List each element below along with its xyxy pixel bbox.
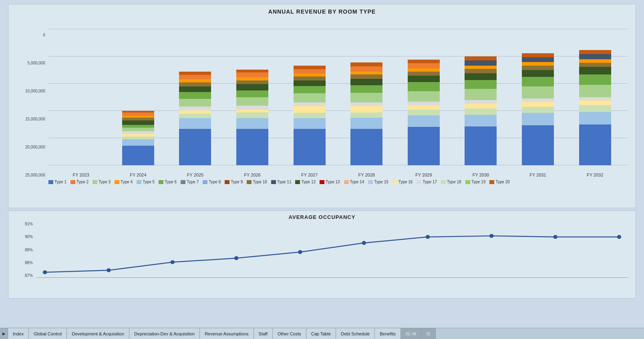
bar-segment bbox=[294, 106, 326, 112]
bar-segment bbox=[350, 93, 382, 102]
legend-item: Type 16 bbox=[392, 180, 413, 184]
bar-group bbox=[465, 56, 497, 165]
legend-swatch bbox=[70, 180, 75, 184]
bar-segment bbox=[294, 66, 326, 69]
bar-segment bbox=[236, 118, 268, 129]
bar-segment bbox=[294, 113, 326, 118]
legend-label: Type 19 bbox=[471, 180, 486, 184]
tab-item-benefits[interactable]: Benefits bbox=[375, 328, 401, 339]
bar-segment bbox=[122, 131, 154, 134]
legend-label: Type 18 bbox=[447, 180, 461, 184]
main-area: ANNUAL REVENUE BY ROOM TYPE 25,000,00020… bbox=[0, 0, 644, 328]
legend-label: Type 13 bbox=[326, 180, 340, 184]
svg-point-8 bbox=[553, 235, 557, 239]
x-labels: FY 2023FY 2024FY 2025FY 2026FY 2027FY 20… bbox=[48, 173, 628, 177]
bar-segment bbox=[408, 115, 440, 127]
bar-segment bbox=[179, 99, 211, 106]
bar bbox=[122, 111, 154, 165]
bar-segment bbox=[465, 100, 497, 104]
bar-segment bbox=[522, 113, 554, 125]
legend-label: Type 14 bbox=[350, 180, 364, 184]
occ-y-label: 88% bbox=[16, 261, 34, 265]
bar-segment bbox=[236, 110, 268, 113]
x-axis-label: FY 2025 bbox=[179, 173, 211, 177]
legend-item: Type 1 bbox=[48, 180, 66, 184]
legend-swatch bbox=[465, 180, 470, 184]
legend-label: Type 20 bbox=[495, 180, 510, 184]
legend-item: Type 6 bbox=[159, 180, 177, 184]
svg-point-0 bbox=[43, 270, 47, 274]
tab-item-debt-schedule[interactable]: Debt Schedule bbox=[336, 328, 375, 339]
tab-item-is--m[interactable]: IS- M bbox=[401, 328, 421, 339]
bar-segment bbox=[350, 74, 382, 78]
bar bbox=[179, 72, 211, 165]
bar-segment bbox=[408, 105, 440, 110]
bar-segment bbox=[350, 66, 382, 71]
bar-segment bbox=[465, 80, 497, 89]
bar-segment bbox=[179, 92, 211, 99]
svg-point-6 bbox=[426, 235, 430, 239]
legend-item: Type 18 bbox=[441, 180, 461, 184]
bar-segment bbox=[579, 74, 611, 85]
bar-segment bbox=[579, 112, 611, 124]
bar-segment bbox=[294, 118, 326, 129]
bar-segment bbox=[465, 56, 497, 60]
bar-segment bbox=[122, 125, 154, 128]
tab-item-cap-table[interactable]: Cap Table bbox=[306, 328, 336, 339]
bar-segment bbox=[179, 79, 211, 82]
bar-group bbox=[236, 70, 268, 165]
bar-segment bbox=[522, 77, 554, 86]
legend-item: Type 11 bbox=[271, 180, 292, 184]
legend-label: Type 17 bbox=[423, 180, 437, 184]
legend-item: Type 15 bbox=[368, 180, 388, 184]
bar bbox=[408, 60, 440, 165]
tab-item-other-costs[interactable]: Other Costs bbox=[273, 328, 306, 339]
bar-segment bbox=[465, 104, 497, 108]
occupancy-section: AVERAGE OCCUPANCY 91%90%89%88%87% bbox=[8, 211, 636, 299]
tab-item-development-&-acquisition[interactable]: Development & Acquisition bbox=[67, 328, 129, 339]
legend-swatch bbox=[344, 180, 349, 184]
tab-item-depreciation-dev-&-acquisition[interactable]: Depreciation-Dev & Acquisition bbox=[129, 328, 200, 339]
tab-item-global-control[interactable]: Global Control bbox=[29, 328, 67, 339]
bar-segment bbox=[350, 79, 382, 85]
legend-label: Type 2 bbox=[76, 180, 89, 184]
bar-segment bbox=[579, 63, 611, 67]
bar-segment bbox=[465, 126, 497, 165]
bar-segment bbox=[294, 86, 326, 93]
legend-label: Type 8 bbox=[209, 180, 221, 184]
bar-segment bbox=[408, 72, 440, 76]
x-axis-label: FY 2027 bbox=[294, 173, 326, 177]
bar-group bbox=[350, 62, 382, 165]
bar-segment bbox=[522, 53, 554, 57]
bar-segment bbox=[350, 85, 382, 93]
bar bbox=[465, 56, 497, 165]
bar-segment bbox=[350, 112, 382, 118]
tab-item-is[interactable]: IS bbox=[421, 328, 435, 339]
bar-segment bbox=[579, 54, 611, 59]
tabs-container: IndexGlobal ControlDevelopment & Acquisi… bbox=[8, 328, 436, 339]
occ-y-label: 87% bbox=[16, 273, 34, 278]
tab-item-staff[interactable]: Staff bbox=[254, 328, 273, 339]
bar-group bbox=[294, 66, 326, 165]
tab-item-revenue-assumptions[interactable]: Revenue Assumptions bbox=[200, 328, 254, 339]
x-axis-label: FY 2031 bbox=[522, 173, 554, 177]
bar-segment bbox=[122, 112, 154, 115]
bar-segment bbox=[522, 86, 554, 98]
bar-segment bbox=[350, 72, 382, 75]
tab-nav-prev[interactable]: ▶ bbox=[0, 328, 8, 339]
bar-segment bbox=[465, 69, 497, 73]
bar-segment bbox=[579, 67, 611, 74]
x-axis-label: FY 2026 bbox=[236, 173, 268, 177]
bar-segment bbox=[579, 59, 611, 63]
legend-label: Type 12 bbox=[301, 180, 316, 184]
occ-y-label: 90% bbox=[16, 235, 34, 239]
bar-segment bbox=[236, 90, 268, 97]
legend-swatch bbox=[271, 180, 276, 184]
bar-segment bbox=[522, 125, 554, 165]
legend-label: Type 16 bbox=[398, 180, 413, 184]
svg-point-1 bbox=[107, 268, 111, 272]
bar bbox=[522, 53, 554, 165]
bar bbox=[294, 66, 326, 165]
legend-item: Type 9 bbox=[225, 180, 243, 184]
tab-item-index[interactable]: Index bbox=[8, 328, 29, 339]
